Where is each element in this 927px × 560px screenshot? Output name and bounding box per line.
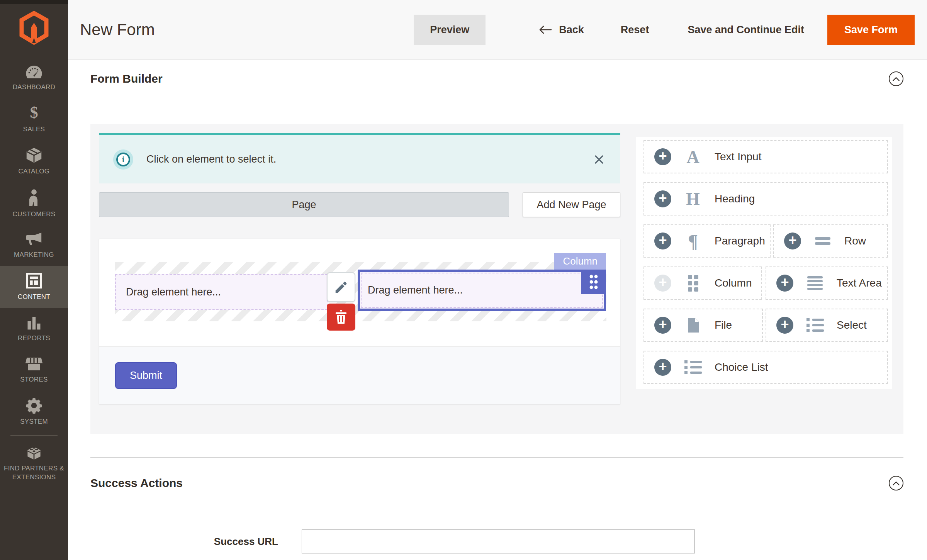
sidebar-divider bbox=[10, 55, 58, 55]
page-tab[interactable]: Page bbox=[99, 192, 509, 217]
marketing-icon bbox=[25, 232, 43, 247]
edit-column-button[interactable] bbox=[327, 272, 355, 302]
trash-icon bbox=[334, 310, 348, 324]
success-url-label: Success URL bbox=[90, 536, 278, 548]
sidebar-item-label: CUSTOMERS bbox=[12, 210, 55, 219]
success-actions-title: Success Actions bbox=[90, 477, 183, 490]
sidebar-item-label: CATALOG bbox=[19, 167, 50, 176]
sidebar-divider bbox=[10, 435, 58, 436]
save-and-continue-button[interactable]: Save and Continue Edit bbox=[688, 24, 804, 36]
sidebar-item-content[interactable]: CONTENT bbox=[0, 266, 68, 308]
back-label: Back bbox=[559, 24, 584, 36]
palette-row: + ¶ Paragraph + Row bbox=[643, 224, 888, 258]
drag-placeholder-text: Drag element here... bbox=[126, 286, 221, 298]
extensions-icon bbox=[25, 445, 43, 461]
letter-a-icon: A bbox=[684, 147, 702, 167]
sidebar-item-label: STORES bbox=[20, 375, 48, 384]
preview-button[interactable]: Preview bbox=[414, 15, 486, 45]
page-header: New Form Preview Back Reset Save and Con… bbox=[68, 0, 927, 60]
dashboard-icon bbox=[25, 64, 43, 80]
chevron-up-icon bbox=[893, 77, 900, 81]
sidebar-top-strip bbox=[0, 0, 68, 4]
page-content: Form Builder i Click on element to selec… bbox=[68, 60, 927, 560]
form-card-footer: Submit bbox=[99, 346, 620, 404]
catalog-icon bbox=[25, 147, 42, 164]
page-tabs-row: Page Add New Page bbox=[99, 192, 620, 217]
section-divider bbox=[90, 457, 903, 458]
save-form-button[interactable]: Save Form bbox=[827, 15, 915, 45]
sidebar-item-reports[interactable]: REPORTS bbox=[0, 308, 68, 349]
reset-button[interactable]: Reset bbox=[621, 24, 649, 36]
add-icon[interactable]: + bbox=[654, 148, 671, 165]
text-lines-icon bbox=[806, 276, 824, 290]
svg-text:$: $ bbox=[30, 105, 38, 121]
page-title: New Form bbox=[80, 20, 155, 39]
add-icon[interactable]: + bbox=[784, 232, 801, 249]
close-icon bbox=[594, 154, 604, 165]
add-icon[interactable]: + bbox=[654, 232, 671, 249]
drag-placeholder-text: Drag element here... bbox=[368, 284, 463, 296]
form-canvas-card: Drag element here... bbox=[99, 239, 620, 404]
column-badge: Column bbox=[554, 253, 606, 270]
sidebar-nav: DASHBOARD $ SALES CATALOG bbox=[0, 58, 68, 488]
sidebar-item-system[interactable]: SYSTEM bbox=[0, 390, 68, 433]
delete-column-button[interactable] bbox=[327, 304, 355, 331]
letter-h-icon: H bbox=[684, 189, 702, 209]
back-button[interactable]: Back bbox=[539, 24, 584, 36]
form-builder-collapse-button[interactable] bbox=[889, 71, 903, 86]
drag-handle[interactable] bbox=[581, 270, 606, 294]
palette-item-text-area[interactable]: + Text Area bbox=[766, 266, 888, 300]
palette-item-heading[interactable]: + H Heading bbox=[643, 182, 888, 216]
dismiss-notice-button[interactable] bbox=[594, 154, 604, 165]
palette-item-file[interactable]: + File bbox=[643, 309, 763, 342]
sidebar-item-dashboard[interactable]: DASHBOARD bbox=[0, 58, 68, 98]
success-actions-collapse-button[interactable] bbox=[889, 476, 903, 490]
sidebar-item-sales[interactable]: $ SALES bbox=[0, 98, 68, 140]
sidebar-item-find-partners[interactable]: FIND PARTNERS & EXTENSIONS bbox=[0, 438, 68, 488]
customers-icon bbox=[26, 189, 42, 207]
element-palette: + A Text Input + H Heading + ¶ Paragrap bbox=[636, 137, 892, 389]
form-builder-title: Form Builder bbox=[90, 72, 163, 85]
sidebar-item-label: MARKETING bbox=[14, 251, 54, 260]
add-icon[interactable]: + bbox=[654, 359, 671, 376]
add-icon[interactable]: + bbox=[654, 190, 671, 207]
sidebar-item-label: SALES bbox=[23, 125, 45, 134]
submit-button[interactable]: Submit bbox=[115, 362, 177, 389]
info-icon: i bbox=[113, 149, 133, 170]
magento-logo[interactable] bbox=[19, 4, 49, 52]
success-actions-section-head: Success Actions bbox=[90, 475, 903, 491]
drop-zone-left[interactable]: Drag element here... bbox=[115, 274, 328, 310]
drop-zone-right-selected[interactable]: Column bbox=[358, 270, 606, 311]
sidebar-item-label: CONTENT bbox=[18, 293, 50, 302]
sidebar-item-customers[interactable]: CUSTOMERS bbox=[0, 182, 68, 225]
sidebar-item-marketing[interactable]: MARKETING bbox=[0, 225, 68, 266]
form-row[interactable]: Drag element here... bbox=[115, 262, 606, 321]
add-icon[interactable]: + bbox=[776, 275, 793, 292]
sidebar-item-stores[interactable]: STORES bbox=[0, 349, 68, 390]
sidebar-item-label: DASHBOARD bbox=[13, 83, 55, 92]
palette-item-column[interactable]: + Column bbox=[643, 266, 762, 300]
magento-logo-icon bbox=[19, 11, 49, 45]
palette-row: + Column + Text Area bbox=[643, 266, 888, 300]
system-icon bbox=[25, 397, 42, 414]
success-url-input[interactable] bbox=[302, 529, 695, 553]
add-new-page-button[interactable]: Add New Page bbox=[523, 192, 620, 217]
list-icon bbox=[684, 360, 702, 374]
drag-area: Drag element here... bbox=[99, 239, 620, 346]
palette-item-choice-list[interactable]: + Choice List bbox=[643, 351, 888, 384]
form-builder-panel: i Click on element to select it. Page Ad… bbox=[90, 124, 903, 434]
add-icon[interactable]: + bbox=[776, 317, 793, 334]
sidebar-item-label: SYSTEM bbox=[20, 417, 48, 426]
sidebar-item-label: FIND PARTNERS & EXTENSIONS bbox=[2, 464, 66, 482]
sales-icon: $ bbox=[25, 105, 43, 122]
main-area: New Form Preview Back Reset Save and Con… bbox=[68, 0, 927, 560]
palette-item-text-input[interactable]: + A Text Input bbox=[643, 140, 888, 173]
sidebar-item-catalog[interactable]: CATALOG bbox=[0, 140, 68, 182]
add-icon[interactable]: + bbox=[654, 317, 671, 334]
file-icon bbox=[684, 318, 702, 333]
palette-item-row[interactable]: + Row bbox=[773, 224, 888, 258]
success-url-field-row: Success URL bbox=[90, 529, 903, 553]
palette-item-select[interactable]: + Select bbox=[766, 309, 888, 342]
rows-icon bbox=[813, 237, 832, 245]
palette-item-paragraph[interactable]: + ¶ Paragraph bbox=[643, 224, 771, 258]
